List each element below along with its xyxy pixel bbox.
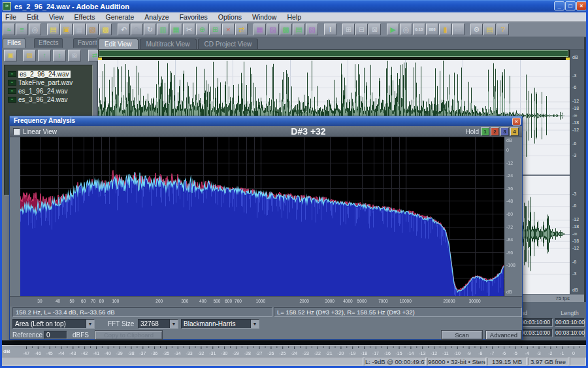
menu-favorites[interactable]: Favorites <box>174 12 213 22</box>
menu-analyze[interactable]: Analyze <box>139 12 174 22</box>
save-icon[interactable]: ▦ <box>73 24 86 35</box>
chevron-down-icon[interactable]: ▼ <box>86 320 94 328</box>
db-axis-label: 0 <box>506 148 509 152</box>
app-titlebar[interactable]: ≈ es_2_96_24.wav - Adobe Audition _ □ × <box>0 0 588 12</box>
tab-edit-view[interactable]: Edit View <box>98 39 139 49</box>
window-3-icon[interactable]: ⊠ <box>368 24 381 35</box>
hold-button-1[interactable]: 1 <box>481 127 489 136</box>
copy-to-new-icon[interactable]: ▦ <box>170 24 182 35</box>
data-display-icon[interactable]: 888 <box>426 24 438 35</box>
maximize-button[interactable]: □ <box>565 1 576 10</box>
menu-file[interactable]: File <box>0 12 22 22</box>
reference-input[interactable]: 0 <box>44 331 67 339</box>
new-file-icon[interactable]: ▤ <box>47 24 59 35</box>
waveform-overview-bar[interactable] <box>98 50 570 60</box>
fx-purple-icon[interactable]: ▧ <box>306 24 318 35</box>
hold-button-2[interactable]: 2 <box>491 127 499 136</box>
copy-to-clipboard-button[interactable]: Copy to Clipboard <box>95 330 163 340</box>
repeat-icon[interactable]: ↻ <box>144 24 156 35</box>
tab-multitrack-view[interactable]: Multitrack View <box>140 39 197 49</box>
amplitude-ruler[interactable]: dB-3-3-6-6-12-12-18-18-∞-3-3-6-6-12-12-1… <box>570 50 584 294</box>
hold-button-3[interactable]: 3 <box>500 127 509 136</box>
scan-button[interactable]: Scan <box>441 330 483 340</box>
convert-icon[interactable]: ⇄ <box>235 24 248 35</box>
file-item[interactable]: ≈es_3_96_24.wav <box>5 95 92 104</box>
status-bar: L: -9dB @ 00:00:49:6796000 • 32-bit • St… <box>0 357 588 366</box>
overview-range-bar[interactable] <box>99 50 568 57</box>
window-2-icon[interactable]: ⊟ <box>355 24 368 35</box>
fx-mix-icon[interactable]: ▤ <box>293 24 305 35</box>
paste-icon[interactable]: ⊕ <box>196 24 208 35</box>
db-axis-label: dB <box>506 138 512 142</box>
undo-icon[interactable]: ↶ <box>118 24 130 35</box>
menu-generate[interactable]: Generate <box>101 12 140 22</box>
file-item[interactable]: ≈es_1_96_24.wav <box>5 87 92 95</box>
save-all-icon[interactable]: ▩ <box>99 24 112 35</box>
hold-button-4[interactable]: 4 <box>510 127 519 136</box>
chevron-down-icon[interactable]: ▼ <box>169 320 178 328</box>
play-icon[interactable]: ▶ <box>387 24 399 35</box>
linear-view-checkbox[interactable] <box>13 128 20 135</box>
time-display-icon[interactable]: 0:15 <box>413 24 425 35</box>
window-function-select[interactable]: Blackmann-Harris ▼ <box>181 319 259 329</box>
fx-rack-icon[interactable]: ▦ <box>253 24 266 35</box>
delete-icon[interactable]: × <box>222 24 235 35</box>
open-folder-icon[interactable]: ▤ <box>23 50 36 61</box>
level-meter[interactable] <box>0 340 588 345</box>
help-icon[interactable]: ? <box>497 24 509 35</box>
redo-icon[interactable]: ↷ <box>131 24 143 35</box>
menu-window[interactable]: Window <box>247 12 282 22</box>
menu-view[interactable]: View <box>44 12 69 22</box>
edit-view-icon[interactable]: ≈ <box>3 24 15 35</box>
secure-icon[interactable]: ▣ <box>4 50 17 61</box>
copy-icon[interactable]: ▥ <box>157 24 169 35</box>
minimize-button[interactable]: _ <box>554 1 564 10</box>
fx-green-icon[interactable]: ▩ <box>280 24 292 35</box>
menu-options[interactable]: Options <box>213 12 247 22</box>
menu-help[interactable]: Help <box>282 12 306 22</box>
fx-grid-icon[interactable]: ▨ <box>267 24 279 35</box>
file-item[interactable]: ≈TakeFive_part.wav <box>5 78 92 87</box>
insert-multitrack-icon[interactable]: ↕ <box>53 50 66 61</box>
settings-icon[interactable]: ⚙ <box>470 24 483 35</box>
cd-project-icon[interactable]: ◎ <box>29 24 41 35</box>
freq-axis-label: 200 <box>155 299 163 303</box>
save-as-icon[interactable]: ▧ <box>86 24 99 35</box>
open-file-icon[interactable]: ▣ <box>60 24 73 35</box>
close-button[interactable]: × <box>576 1 587 10</box>
panel-tab-files[interactable]: Files <box>3 38 25 48</box>
pane-icon[interactable]: ▭ <box>452 24 465 35</box>
dialog-close-icon[interactable]: × <box>512 118 521 125</box>
ruler-label: -6 <box>572 259 576 264</box>
ruler-label: -6 <box>572 203 576 208</box>
panel-tab-effects[interactable]: Effects <box>34 38 63 48</box>
area-select[interactable]: Area (Left on top) ▼ <box>12 319 95 329</box>
levels-icon[interactable]: ▮ <box>439 24 451 35</box>
window-1-icon[interactable]: ⊞ <box>342 24 355 35</box>
zoom-icon[interactable]: ◎ <box>400 24 412 35</box>
fft-size-select[interactable]: 32768 ▼ <box>138 319 178 329</box>
ruler-label: -18 <box>572 120 579 125</box>
advanced-button[interactable]: Advanced <box>485 330 522 340</box>
fps-label: 75 fps <box>555 295 570 301</box>
db-axis-label: dB <box>506 290 512 294</box>
tab-cd-project-view[interactable]: CD Project View <box>198 39 259 49</box>
file-item[interactable]: ≈es_2_96_24.wav <box>5 70 92 78</box>
menu-edit[interactable]: Edit <box>22 12 44 22</box>
chevron-down-icon[interactable]: ▼ <box>250 320 259 328</box>
level-meter-scale <box>0 345 588 357</box>
marquee-icon[interactable]: I <box>324 24 336 35</box>
spectrum-plot[interactable] <box>20 137 504 296</box>
insert-cd-icon[interactable]: ◎ <box>68 50 81 61</box>
frequency-analysis-dialog: Frequency Analysis × Linear View D#3 +32… <box>9 116 523 340</box>
mix-paste-icon[interactable]: ⊞ <box>209 24 221 35</box>
menu-effects[interactable]: Effects <box>69 12 101 22</box>
cut-icon[interactable]: ✂ <box>183 24 195 35</box>
scripts-icon[interactable]: ▤ <box>483 24 496 35</box>
dialog-titlebar[interactable]: Frequency Analysis <box>10 116 522 126</box>
ruler-label: dB <box>572 55 578 59</box>
import-icon[interactable]: ↑ <box>38 50 51 61</box>
file-name: es_3_96_24.wav <box>18 96 68 103</box>
multitrack-view-icon[interactable]: ≡ <box>16 24 28 35</box>
waveform-file-icon: ≈ <box>8 88 16 94</box>
